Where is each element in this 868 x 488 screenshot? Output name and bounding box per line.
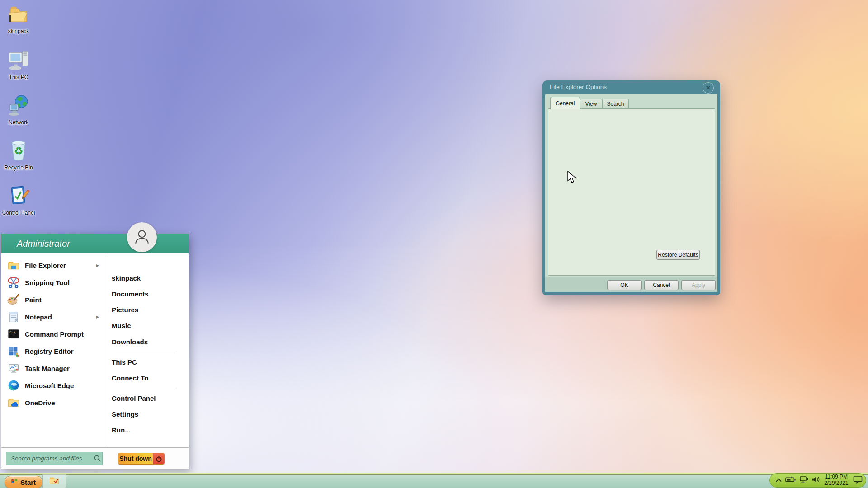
desktop-icon-label: Recycle Bin [4, 165, 33, 171]
mouse-cursor [567, 171, 577, 186]
recycle-bin-icon: ♻ [7, 139, 30, 164]
tab-view[interactable]: View [580, 99, 602, 109]
taskbar: Start 11:09 PM 2/19/2021 [0, 473, 868, 488]
start-button[interactable]: Start [5, 476, 42, 488]
start-item-settings[interactable]: Settings [112, 408, 193, 419]
start-item-pictures[interactable]: Pictures [112, 304, 193, 315]
power-icon [153, 453, 164, 464]
start-menu-left-column: File Explorer ▸ Snipping Tool Paint Note… [1, 253, 105, 448]
shutdown-button[interactable]: Shut down [118, 453, 165, 465]
user-name: Administrator [1, 234, 189, 253]
network-globe-icon [7, 94, 30, 118]
desktop-icon-skinpack[interactable]: skinpack [0, 4, 37, 34]
desktop-icon-control-panel[interactable]: Control Panel [0, 184, 37, 216]
start-item-notepad[interactable]: Notepad ▸ [4, 308, 103, 325]
start-item-paint[interactable]: Paint [4, 291, 103, 308]
task-manager-icon [7, 361, 20, 375]
folder-open-icon [7, 4, 30, 27]
close-icon[interactable]: ✕ [703, 82, 714, 94]
submenu-arrow-icon: ▸ [96, 314, 99, 320]
desktop-icon-recycle-bin[interactable]: ♻ Recycle Bin [0, 139, 37, 171]
paint-palette-icon [7, 293, 20, 306]
start-item-connect-to[interactable]: Connect To [112, 372, 193, 383]
search-input[interactable] [6, 455, 94, 462]
chevron-up-icon[interactable] [775, 476, 782, 484]
search-icon [94, 455, 101, 462]
dialog-title: File Explorer Options [550, 80, 607, 94]
start-item-file-explorer[interactable]: File Explorer ▸ [4, 257, 103, 274]
search-box[interactable] [6, 452, 103, 465]
terminal-icon: C:\_ [7, 327, 20, 341]
start-menu-header: Administrator [1, 234, 189, 253]
start-menu-right-column: skinpack Documents Pictures Music Downlo… [105, 253, 189, 448]
start-item-run[interactable]: Run... [112, 424, 193, 435]
start-item-downloads[interactable]: Downloads [112, 336, 193, 347]
desktop-icon-label: Network [9, 120, 28, 126]
restore-defaults-button[interactable]: Restore Defaults [656, 250, 700, 260]
start-item-snipping-tool[interactable]: Snipping Tool [4, 274, 103, 291]
system-tray: 11:09 PM 2/19/2021 [769, 473, 866, 488]
user-avatar[interactable] [127, 222, 157, 252]
start-button-label: Start [20, 479, 36, 486]
svg-text:C:\_: C:\_ [9, 330, 18, 334]
start-item-control-panel[interactable]: Control Panel [112, 393, 193, 404]
desktop-icon-label: Control Panel [2, 210, 35, 216]
desktop-icon-label: skinpack [8, 28, 29, 34]
shutdown-label: Shut down [118, 453, 153, 464]
tab-search[interactable]: Search [602, 99, 629, 109]
clock[interactable]: 11:09 PM 2/19/2021 [824, 474, 848, 487]
divider [116, 353, 175, 353]
notepad-icon [7, 310, 20, 324]
start-item-command-prompt[interactable]: C:\_ Command Prompt [4, 325, 103, 343]
notification-bubble-icon[interactable] [853, 475, 863, 486]
desktop-icon-this-pc[interactable]: This PC [0, 49, 37, 80]
desktop-wallpaper: skinpack This PC Network ♻ Recycle Bin C… [0, 0, 868, 488]
person-icon [133, 228, 151, 247]
start-item-microsoft-edge[interactable]: Microsoft Edge [4, 377, 103, 394]
start-item-documents[interactable]: Documents [112, 288, 193, 299]
onedrive-folder-icon [7, 396, 20, 409]
tray-date: 2/19/2021 [824, 480, 848, 486]
divider [116, 389, 175, 389]
scissors-icon [7, 276, 20, 289]
start-item-task-manager[interactable]: Task Manager [4, 360, 103, 377]
svg-text:♻: ♻ [14, 145, 24, 157]
file-explorer-options-dialog: File Explorer Options ✕ General View Sea… [542, 80, 720, 295]
registry-cubes-icon [7, 344, 20, 358]
start-item-registry-editor[interactable]: Registry Editor [4, 343, 103, 360]
edge-browser-icon [7, 379, 20, 392]
start-menu: Administrator File Explorer ▸ Snipping T… [1, 234, 189, 469]
network-icon[interactable] [799, 476, 808, 485]
desktop-icon-network[interactable]: Network [0, 94, 37, 126]
tray-time: 11:09 PM [825, 474, 847, 480]
computer-icon [7, 49, 30, 73]
start-item-music[interactable]: Music [112, 320, 193, 331]
folder-check-icon [49, 475, 60, 487]
folder-icon [7, 258, 20, 272]
start-menu-footer: Shut down [1, 447, 189, 469]
tab-general[interactable]: General [550, 97, 580, 109]
cancel-button[interactable]: Cancel [644, 280, 679, 290]
taskbar-folder-item[interactable] [42, 474, 66, 488]
battery-icon[interactable] [785, 476, 796, 484]
apply-button[interactable]: Apply [681, 280, 716, 290]
windows-flag-icon [11, 478, 19, 487]
start-item-onedrive[interactable]: OneDrive [4, 394, 103, 411]
speaker-icon[interactable] [811, 476, 820, 485]
start-item-this-pc[interactable]: This PC [112, 357, 193, 367]
start-item-skinpack[interactable]: skinpack [112, 272, 193, 283]
submenu-arrow-icon: ▸ [96, 262, 99, 268]
desktop-icon-label: This PC [9, 75, 28, 80]
ok-button[interactable]: OK [607, 280, 642, 290]
control-panel-icon [7, 184, 30, 209]
